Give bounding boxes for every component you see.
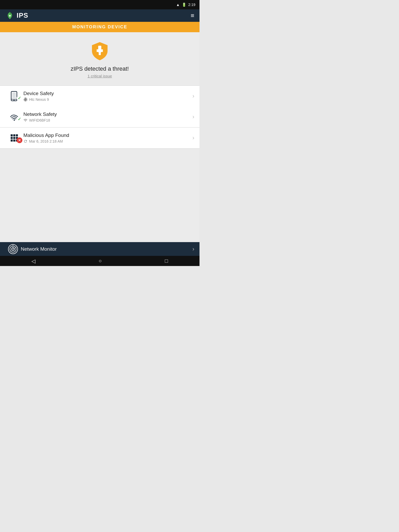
device-safety-item[interactable]: ✓ Device Safety Htc Nexus 9 ›: [0, 86, 200, 107]
error-badge-malicious: ✕: [17, 137, 22, 143]
malicious-app-title: Malicious App Found: [23, 132, 192, 138]
back-button[interactable]: ◁: [31, 258, 35, 264]
svg-rect-15: [13, 137, 15, 139]
threat-section: zIPS detected a threat! 1 critical issue: [0, 32, 200, 85]
check-badge-device: ✓: [17, 96, 22, 101]
malicious-app-subtitle: Mar 6, 2016 2:18 AM: [23, 139, 192, 143]
network-monitor-bar[interactable]: Network Monitor ›: [0, 242, 200, 256]
device-safety-title: Device Safety: [23, 91, 192, 96]
svg-point-9: [14, 100, 15, 101]
wifi-small-icon: [23, 118, 28, 122]
nav-bar: ◁ ○ □: [0, 256, 200, 266]
malicious-app-item[interactable]: ✕ Malicious App Found Mar 6, 2016 2:18 A…: [0, 128, 200, 148]
svg-rect-17: [11, 139, 13, 142]
network-safety-title: Network Safety: [23, 111, 192, 117]
malicious-app-icon-area: ✕: [5, 132, 23, 144]
network-safety-content: Network Safety WIFID6BF18: [23, 111, 192, 122]
wifi-icon: ▲: [176, 3, 180, 7]
banner-text: MONITORING DEVICE: [72, 24, 127, 30]
svg-rect-12: [13, 134, 15, 136]
battery-icon: 🔋: [182, 3, 186, 7]
svg-rect-11: [11, 134, 13, 136]
check-badge-network: ✓: [17, 116, 22, 122]
chevron-device-safety: ›: [192, 93, 194, 99]
app-header: IPS ≡: [0, 9, 200, 22]
home-button[interactable]: ○: [98, 258, 102, 264]
radar-icon: [8, 244, 18, 255]
refresh-icon: [23, 139, 28, 143]
network-safety-item[interactable]: ✓ Network Safety WIFID6BF18 ›: [0, 107, 200, 127]
logo-area: IPS: [5, 11, 28, 20]
network-safety-icon-area: ✓: [5, 111, 23, 123]
status-time: 2:19: [188, 3, 195, 7]
threat-title: zIPS detected a threat!: [71, 65, 129, 72]
threat-shield-icon: [89, 41, 110, 61]
status-bar: ▲ 🔋 2:19: [0, 0, 200, 9]
device-safety-content: Device Safety Htc Nexus 9: [23, 91, 192, 102]
gray-area: [0, 149, 200, 242]
critical-issue-link[interactable]: 1 critical issue: [88, 74, 112, 78]
ips-logo-icon: [5, 11, 15, 20]
device-safety-subtitle: Htc Nexus 9: [23, 97, 192, 102]
chevron-malicious-app: ›: [192, 135, 194, 141]
monitoring-banner: MONITORING DEVICE: [0, 22, 200, 32]
svg-rect-5: [98, 46, 101, 51]
svg-rect-7: [12, 92, 16, 98]
malicious-app-content: Malicious App Found Mar 6, 2016 2:18 AM: [23, 132, 192, 143]
svg-rect-13: [16, 134, 18, 136]
device-safety-icon-area: ✓: [5, 90, 23, 102]
main-content: IPS ≡ MONITORING DEVICE zIPS detected a …: [0, 9, 200, 266]
svg-rect-18: [13, 139, 15, 142]
recent-button[interactable]: □: [165, 258, 168, 264]
network-monitor-chevron: ›: [192, 246, 194, 252]
network-safety-subtitle: WIFID6BF18: [23, 118, 192, 122]
chevron-network-safety: ›: [192, 114, 194, 120]
svg-rect-14: [11, 137, 13, 139]
network-monitor-icon-area: [5, 244, 21, 255]
android-icon: [23, 97, 28, 102]
logo-text: IPS: [17, 11, 28, 19]
network-monitor-label: Network Monitor: [21, 246, 192, 252]
menu-icon[interactable]: ≡: [191, 12, 194, 19]
svg-point-10: [14, 119, 15, 121]
